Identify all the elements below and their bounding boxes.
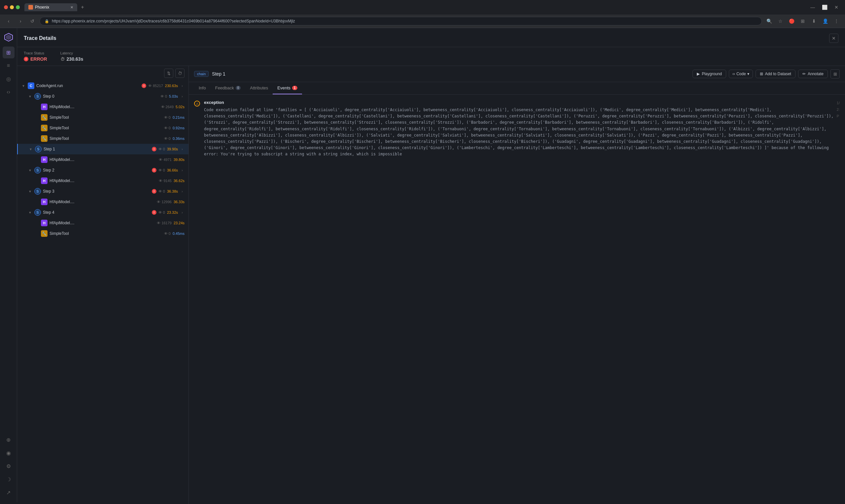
tree-node-step4[interactable]: ▼ S Step 4 ! 👁 0 23.32s › [17, 207, 189, 218]
eye-icon: 👁 [157, 221, 160, 225]
expand-icon [34, 105, 39, 109]
sidebar-icon-circle[interactable]: ◎ [3, 73, 15, 85]
node-tokens-step3: 👁 0 [158, 189, 165, 193]
tab-feedback[interactable]: Feedback 0 [211, 82, 246, 94]
add-to-dataset-button[interactable]: ⊞ Add to Dataset [756, 70, 795, 78]
node-time-hfapi4: 23.24s [174, 221, 184, 225]
browser-actions: 🔍 ☆ 🔴 ⊞ ⬇ 👤 ⋮ [764, 17, 841, 26]
sidebar-icon-code[interactable]: ‹› [3, 86, 15, 98]
sidebar-icon-grid[interactable]: ⊞ [3, 47, 15, 58]
expand-tree-button[interactable]: ⇅ [164, 69, 173, 78]
main-content: projects › Total Traces 6 Traces 🔍 [17, 28, 845, 502]
latency-text: 230.63s [67, 56, 84, 62]
new-tab-button[interactable]: + [78, 3, 87, 11]
menu-button[interactable]: ⋮ [832, 17, 841, 26]
node-time-tool2: 0.92ms [173, 126, 184, 130]
tree-node-simpletool-2[interactable]: 🔧 SimpleTool 👁 0 0.92ms [17, 123, 189, 133]
extension-btn-1[interactable]: 🔴 [787, 17, 796, 26]
timeline-button[interactable]: ⏱ [175, 69, 184, 78]
tab-close-btn[interactable]: ✕ [70, 5, 73, 10]
refresh-button[interactable]: ↺ [28, 17, 37, 26]
code-select[interactable]: ‹› Code ▾ [729, 70, 753, 78]
eye-icon: 👁 [158, 168, 162, 172]
expand-icon [34, 157, 39, 162]
sidebar-icon-list[interactable]: ≡ [3, 60, 15, 72]
profile-button[interactable]: 👤 [821, 17, 830, 26]
window-close-btn[interactable] [4, 5, 8, 9]
download-button[interactable]: ⬇ [809, 17, 818, 26]
tree-node-simpletool-4[interactable]: 🔧 SimpleTool 👁 0 0.45ms [17, 228, 189, 239]
detail-step-title: Step 1 [212, 71, 689, 76]
tab-events[interactable]: Events 1 [272, 82, 302, 94]
zoom-button[interactable]: 🔍 [764, 17, 774, 26]
sidebar-icon-user[interactable]: ◉ [3, 447, 15, 459]
node-time-hfapi0: 5.02s [176, 105, 184, 109]
node-time-step1: 39.90s [167, 147, 178, 151]
tree-toolbar: ⇅ ⏱ [17, 69, 189, 80]
eye-icon: 👁 [158, 211, 162, 214]
node-time-hfapi3: 36.33s [174, 200, 184, 204]
expand-icon-step1: ▼ [29, 147, 33, 151]
eye-icon: 👁 [157, 200, 160, 204]
token-count-tool2: 0 [169, 126, 171, 130]
tree-node-hfapi-4[interactable]: H HfApiModel.... 👁 16179 23.24s [17, 218, 189, 228]
star-button[interactable]: ☆ [776, 17, 785, 26]
node-icon-hfapi2: H [41, 178, 48, 184]
tab-feedback-label: Feedback [215, 86, 234, 90]
sidebar-icon-search[interactable]: ⊕ [3, 434, 15, 446]
tree-node-hfapi-1[interactable]: H HfApiModel.... 👁 4971 39.80s [17, 155, 189, 165]
node-icon-hfapi4: H [41, 220, 48, 226]
node-name-codeagent: CodeAgent.run [36, 84, 140, 88]
tree-node-simpletool-1[interactable]: 🔧 SimpleTool 👁 0 0.21ms [17, 112, 189, 123]
tree-node-step2[interactable]: ▼ S Step 2 ! 👁 0 36.66s › [17, 165, 189, 176]
token-count-tool3: 0 [169, 137, 171, 141]
tab-favicon [29, 5, 33, 10]
tree-node-hfapi-2[interactable]: H HfApiModel.... 👁 9145 36.62s [17, 176, 189, 186]
annotate-icon: ✏ [803, 72, 806, 76]
tree-node-root[interactable]: ▼ C CodeAgent.run ! 👁 85217 230.63s › [17, 80, 189, 91]
node-error-step3: ! [152, 189, 156, 194]
node-icon-hfapi0: H [41, 104, 48, 110]
extension-btn-2[interactable]: ⊞ [798, 17, 807, 26]
window-restore-nav[interactable]: ⬜ [820, 3, 829, 12]
node-icon-hfapi1: H [41, 156, 48, 163]
add-dataset-label: Add to Dataset [765, 72, 791, 76]
clock-icon: ⏱ [60, 57, 65, 62]
url-bar[interactable]: 🔒 https://app.phoenix.arize.com/projects… [40, 17, 762, 25]
playground-button[interactable]: ▶ Playground [692, 70, 726, 78]
token-count-hfapi2: 9145 [163, 179, 171, 183]
sidebar-icon-theme[interactable]: ☽ [3, 473, 15, 485]
token-count-step2: 0 [163, 168, 165, 172]
tree-node-hfapi-0[interactable]: H HfApiModel.... 👁 2649 5.02s [17, 102, 189, 112]
tab-info[interactable]: Info [194, 82, 211, 94]
tab-label: Phoenix [35, 5, 49, 10]
tree-node-step1[interactable]: ▼ S Step 1 ! 👁 0 39.90s › [17, 144, 189, 155]
code-label: Code [736, 72, 746, 76]
tree-node-hfapi-3[interactable]: H HfApiModel.... 👁 12996 36.33s [17, 197, 189, 207]
tab-attributes[interactable]: Attributes [245, 82, 272, 94]
tree-node-simpletool-3[interactable]: 🔧 SimpleTool 👁 0 0.36ms [17, 133, 189, 144]
close-trace-details-button[interactable]: ✕ [829, 38, 839, 43]
back-button[interactable]: ‹ [4, 17, 13, 26]
code-chevron-icon: ▾ [747, 72, 749, 76]
tree-node-step3[interactable]: ▼ S Step 3 ! 👁 0 36.38s › [17, 186, 189, 197]
window-maximize-btn[interactable] [16, 5, 20, 9]
tree-node-step0[interactable]: ▼ S Step 0 👁 0 5.03s › [17, 91, 189, 102]
token-count-tool4: 0 [169, 232, 171, 235]
trace-status-label: Trace Status [24, 51, 47, 55]
sidebar-icon-settings[interactable]: ⚙ [3, 460, 15, 472]
node-tokens-hfapi2: 👁 9145 [159, 179, 171, 183]
panel-toggle-button[interactable]: ⊞ [830, 69, 840, 78]
window-minimize-btn[interactable] [10, 5, 14, 9]
browser-tab-active[interactable]: Phoenix ✕ [24, 3, 77, 11]
window-close-nav[interactable]: ✕ [832, 3, 841, 12]
node-error-indicator: ! [142, 84, 146, 88]
node-tokens: 👁 85217 [148, 84, 163, 88]
eye-icon: 👁 [164, 232, 168, 235]
annotate-button[interactable]: ✏ Annotate [798, 70, 828, 78]
sidebar-icon-export[interactable]: ↗ [3, 487, 15, 498]
window-minimize-nav[interactable]: — [808, 3, 817, 12]
forward-button[interactable]: › [16, 17, 25, 26]
expand-icon [34, 115, 39, 120]
node-icon-hfapi3: H [41, 199, 48, 205]
